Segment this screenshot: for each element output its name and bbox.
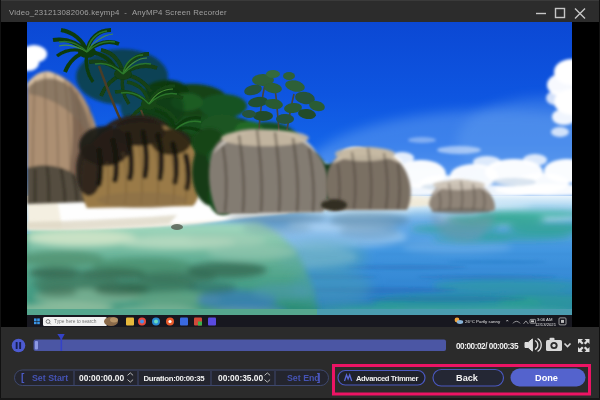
svg-text:⌃: ⌃ <box>505 319 510 325</box>
svg-text:00:00:02/ 00:00:35: 00:00:02/ 00:00:35 <box>456 342 519 351</box>
svg-text:00:00:35.00: 00:00:35.00 <box>218 373 264 383</box>
svg-text:Back: Back <box>456 373 479 383</box>
svg-text:]: ] <box>317 372 320 383</box>
svg-text:26°C Partly sunny: 26°C Partly sunny <box>465 319 501 324</box>
svg-text:Done: Done <box>535 373 558 383</box>
svg-text:Advanced Trimmer: Advanced Trimmer <box>356 374 418 383</box>
svg-text:Set End: Set End <box>287 373 320 383</box>
svg-text:00:00:00.00: 00:00:00.00 <box>79 373 125 383</box>
svg-text:Duration:00:00:35: Duration:00:00:35 <box>144 374 206 383</box>
svg-text:Set Start: Set Start <box>32 373 68 383</box>
svg-text:Type here to search: Type here to search <box>54 319 97 324</box>
